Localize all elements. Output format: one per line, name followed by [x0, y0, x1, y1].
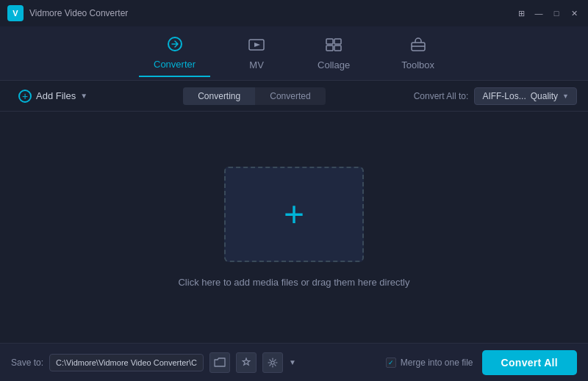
- status-tabs: Converting Converted: [183, 87, 325, 105]
- tab-toolbox[interactable]: Toolbox: [387, 31, 449, 76]
- tab-converter[interactable]: Converter: [139, 30, 210, 77]
- bottom-bar: Save to: ▼ ✓ Merge into one file Convert…: [0, 343, 588, 381]
- maximize-button[interactable]: □: [550, 7, 563, 20]
- minimize-button[interactable]: —: [532, 7, 545, 20]
- app-logo: V: [7, 5, 24, 21]
- status-tab-converting[interactable]: Converting: [183, 87, 255, 105]
- sub-toolbar-left: + Add Files ▼: [11, 86, 95, 106]
- title-bar: V Vidmore Video Converter ⊞ — □ ✕: [0, 0, 588, 26]
- merge-checkbox[interactable]: ✓ Merge into one file: [386, 358, 473, 368]
- close-button[interactable]: ✕: [567, 7, 581, 20]
- bottom-bar-left: Save to: ▼: [11, 352, 296, 373]
- format-chevron-icon: ▼: [562, 92, 569, 100]
- settings-gear-button[interactable]: [262, 352, 283, 373]
- tab-mv[interactable]: MV: [232, 31, 281, 76]
- tab-collage-label: Collage: [318, 59, 350, 70]
- converter-icon: [165, 36, 184, 55]
- svg-rect-4: [334, 39, 341, 44]
- format-label: AIFF-Los...: [482, 91, 526, 101]
- format-selector[interactable]: AIFF-Los... Quality ▼: [474, 87, 577, 105]
- title-bar-controls: ⊞ — □ ✕: [514, 7, 581, 20]
- collage-icon: [324, 37, 343, 56]
- mv-icon: [247, 37, 266, 56]
- quick-settings-button[interactable]: [236, 352, 257, 373]
- merge-checkbox-box[interactable]: ✓: [386, 358, 396, 368]
- svg-rect-6: [334, 46, 341, 51]
- caption-button[interactable]: ⊞: [514, 7, 528, 20]
- convert-all-button[interactable]: Convert All: [482, 350, 577, 375]
- add-files-label: Add Files: [36, 90, 76, 101]
- drop-zone-plus-icon: +: [284, 197, 304, 232]
- quality-label: Quality: [531, 91, 558, 101]
- svg-rect-3: [326, 39, 333, 44]
- svg-rect-5: [326, 46, 333, 51]
- convert-all-to-label: Convert All to:: [414, 91, 469, 101]
- tab-toolbox-label: Toolbox: [401, 59, 434, 70]
- tab-converter-label: Converter: [154, 59, 196, 70]
- drop-zone[interactable]: +: [224, 167, 364, 262]
- app-title: Vidmore Video Converter: [29, 8, 128, 18]
- main-content: + Click here to add media files or drag …: [0, 112, 588, 343]
- bottom-bar-right: ✓ Merge into one file Convert All: [386, 350, 577, 375]
- status-tabs-container: Converting Converted: [183, 87, 325, 105]
- merge-label: Merge into one file: [401, 358, 473, 368]
- tab-mv-label: MV: [249, 59, 264, 70]
- title-bar-left: V Vidmore Video Converter: [7, 5, 128, 21]
- browse-folder-button[interactable]: [209, 352, 230, 373]
- add-files-dropdown-arrow: ▼: [80, 92, 87, 100]
- svg-point-9: [271, 360, 274, 363]
- save-to-label: Save to:: [11, 358, 43, 368]
- bottom-settings-dropdown-arrow: ▼: [289, 358, 296, 366]
- svg-marker-2: [254, 43, 260, 47]
- tab-collage[interactable]: Collage: [303, 31, 365, 76]
- nav-tabs: Converter MV Collage: [0, 26, 588, 81]
- add-files-button[interactable]: + Add Files ▼: [11, 86, 95, 106]
- sub-toolbar-right: Convert All to: AIFF-Los... Quality ▼: [414, 87, 577, 105]
- status-tab-converted[interactable]: Converted: [255, 87, 325, 105]
- add-icon: +: [18, 90, 32, 103]
- toolbox-icon: [409, 37, 428, 56]
- sub-toolbar: + Add Files ▼ Converting Converted Conve…: [0, 81, 588, 112]
- drop-zone-hint: Click here to add media files or drag th…: [178, 277, 409, 288]
- save-path-input[interactable]: [49, 354, 204, 371]
